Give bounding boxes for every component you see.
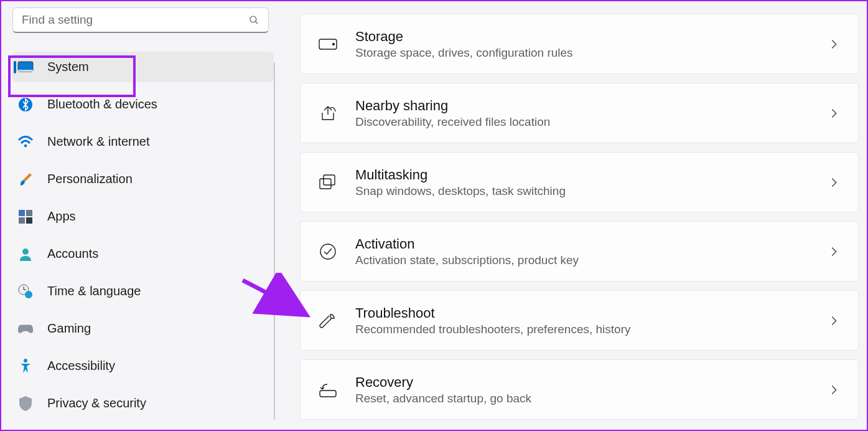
sidebar-item-label: Personalization [47, 172, 133, 186]
svg-point-10 [22, 249, 29, 255]
sidebar-item-accessibility[interactable]: Accessibility [12, 351, 274, 381]
checkmark-circle-icon [315, 243, 340, 260]
svg-point-20 [320, 244, 335, 259]
clock-globe-icon [17, 283, 34, 300]
svg-rect-19 [324, 175, 335, 185]
card-subtitle: Recommended troubleshooters, preferences… [355, 323, 824, 336]
chevron-right-icon [824, 245, 843, 258]
card-recovery[interactable]: Recovery Reset, advanced startup, go bac… [300, 359, 859, 420]
sidebar-item-bluetooth[interactable]: Bluetooth & devices [12, 89, 274, 120]
sidebar-nav: System Bluetooth & devices Network & int… [12, 52, 274, 419]
sidebar-item-label: Accounts [47, 247, 98, 261]
paintbrush-icon [17, 171, 34, 187]
sidebar-item-gaming[interactable]: Gaming [12, 313, 274, 344]
multitasking-icon [315, 174, 340, 191]
card-storage[interactable]: Storage Storage space, drives, configura… [300, 14, 859, 74]
svg-point-0 [250, 16, 256, 22]
svg-rect-21 [320, 391, 336, 397]
sidebar-item-time-language[interactable]: Time & language [12, 276, 274, 306]
card-title: Recovery [355, 374, 824, 391]
card-subtitle: Storage space, drives, configuration rul… [355, 46, 824, 60]
chevron-right-icon [824, 107, 843, 120]
sidebar-item-label: Time & language [47, 284, 141, 298]
chevron-right-icon [824, 383, 843, 397]
sidebar-item-system[interactable]: System [12, 52, 274, 82]
card-title: Multitasking [355, 167, 824, 183]
share-icon [315, 105, 340, 122]
sidebar-item-label: Bluetooth & devices [47, 97, 157, 111]
sidebar-item-label: System [47, 60, 89, 74]
card-title: Nearby sharing [355, 98, 824, 114]
sidebar-item-label: Apps [47, 209, 76, 224]
svg-rect-6 [19, 210, 25, 216]
svg-rect-3 [18, 70, 33, 72]
card-subtitle: Reset, advanced startup, go back [355, 392, 824, 405]
card-title: Troubleshoot [355, 305, 824, 321]
card-activation[interactable]: Activation Activation state, subscriptio… [300, 221, 859, 282]
card-troubleshoot[interactable]: Troubleshoot Recommended troubleshooters… [300, 290, 859, 351]
sidebar-item-personalization[interactable]: Personalization [12, 164, 274, 194]
gamepad-icon [17, 321, 34, 337]
svg-line-1 [255, 21, 258, 24]
svg-point-15 [24, 359, 27, 362]
sidebar-item-label: Privacy & security [47, 396, 146, 410]
accessibility-icon [17, 358, 34, 374]
svg-point-5 [24, 144, 27, 147]
card-subtitle: Activation state, subscriptions, product… [355, 253, 824, 267]
shield-icon [17, 395, 34, 412]
chevron-right-icon [824, 176, 843, 189]
svg-rect-8 [19, 217, 25, 224]
sidebar-item-accounts[interactable]: Accounts [12, 239, 274, 269]
card-subtitle: Snap windows, desktops, task switching [355, 184, 824, 198]
sidebar-item-apps[interactable]: Apps [12, 201, 274, 232]
sidebar-item-label: Network & internet [47, 135, 150, 149]
search-icon [248, 14, 259, 26]
person-icon [17, 246, 34, 262]
search-box[interactable] [12, 7, 269, 33]
card-nearby-sharing[interactable]: Nearby sharing Discoverability, received… [300, 83, 859, 143]
svg-rect-7 [26, 210, 32, 216]
search-input[interactable] [22, 13, 248, 27]
apps-icon [17, 209, 34, 225]
storage-icon [315, 39, 340, 50]
sidebar-item-label: Gaming [47, 321, 91, 336]
card-title: Activation [355, 236, 824, 252]
system-icon [17, 59, 34, 75]
sidebar: System Bluetooth & devices Network & int… [1, 1, 278, 430]
card-multitasking[interactable]: Multitasking Snap windows, desktops, tas… [300, 152, 859, 212]
wifi-icon [17, 134, 34, 150]
sidebar-scrollbar[interactable] [274, 62, 275, 420]
svg-point-17 [333, 43, 335, 45]
wrench-icon [315, 312, 340, 329]
sidebar-item-label: Accessibility [47, 359, 115, 373]
recovery-icon [315, 382, 340, 398]
chevron-right-icon [824, 37, 843, 51]
chevron-right-icon [824, 314, 843, 328]
sidebar-item-privacy[interactable]: Privacy & security [12, 388, 274, 419]
card-title: Storage [355, 29, 824, 45]
card-subtitle: Discoverability, received files location [355, 115, 824, 129]
main-content: Storage Storage space, drives, configura… [300, 14, 857, 430]
sidebar-item-network[interactable]: Network & internet [12, 126, 274, 157]
svg-rect-9 [26, 217, 32, 224]
svg-rect-18 [320, 179, 331, 189]
bluetooth-icon [17, 97, 34, 113]
svg-point-14 [25, 291, 32, 298]
